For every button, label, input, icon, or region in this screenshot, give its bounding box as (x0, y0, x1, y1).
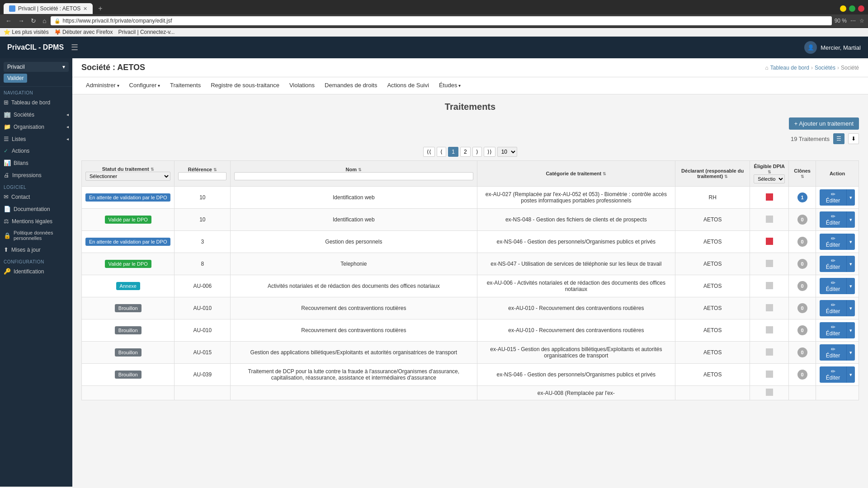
edit-button[interactable]: ✏ Éditer (820, 234, 846, 250)
filter-dpia[interactable]: Sélectionner (754, 174, 785, 183)
edit-dropdown-btn[interactable]: ▾ (846, 189, 855, 206)
edit-button[interactable]: ✏ Éditer (820, 322, 846, 338)
sidebar-mises-label: Mises à jour (11, 247, 41, 253)
edit-button[interactable]: ✏ Éditer (820, 344, 846, 361)
table-row: En attente de validation par le DPO3Gest… (82, 231, 859, 253)
edit-dropdown-btn[interactable]: ▾ (846, 300, 855, 316)
view-export-btn[interactable]: ⬇ (848, 133, 859, 144)
cell-categorie: ex-AU-015 - Gestion des applications bil… (477, 342, 675, 364)
filter-nom[interactable] (234, 172, 473, 180)
lists-icon: ☰ (4, 136, 9, 142)
cell-reference: 8 (175, 253, 231, 275)
sidebar-item-documentation[interactable]: 📄 Documentation (0, 203, 72, 215)
tab-close-btn[interactable]: ✕ (83, 6, 87, 12)
bookmark-firefox[interactable]: 🦊 Débuter avec Firefox (54, 29, 113, 35)
add-traitement-button[interactable]: + Ajouter un traitement (789, 117, 859, 130)
nav-forward[interactable]: → (16, 16, 26, 25)
win-minimize[interactable] (840, 5, 846, 12)
extensions-icon[interactable]: ⋯ (850, 18, 856, 24)
page-prev-btn[interactable]: ⟨ (437, 147, 446, 157)
edit-group: ✏ Éditer▾ (820, 366, 855, 383)
edit-button[interactable]: ✏ Éditer (820, 366, 846, 383)
company-selector[interactable]: Privacil ▾ (4, 62, 69, 72)
active-tab[interactable]: Privacil | Société : AETOS ✕ (4, 3, 93, 14)
app-logo: PrivaCIL - DPMS (7, 43, 64, 52)
edit-dropdown-btn[interactable]: ▾ (846, 256, 855, 272)
sidebar-item-mises[interactable]: ⬆ Mises à jour (0, 244, 72, 256)
bookmark-privacil[interactable]: Privacil | Connectez-v... (118, 29, 175, 35)
cell-nom: Telephonie (231, 253, 477, 275)
breadcrumb-sep2: › (837, 65, 839, 71)
sidebar-dashboard-label: Tableau de bord (11, 99, 50, 106)
edit-dropdown-btn[interactable]: ▾ (846, 278, 855, 294)
per-page-select[interactable]: 10 25 50 (497, 147, 517, 157)
sidebar-item-impressions[interactable]: 🖨 Impressions (0, 169, 72, 181)
edit-button[interactable]: ✏ Éditer (820, 189, 846, 206)
organisation-icon: 📁 (4, 123, 11, 130)
edit-dropdown-btn[interactable]: ▾ (846, 344, 855, 361)
sidebar-item-organisation[interactable]: 📁 Organisation ◂ (0, 121, 72, 133)
edit-dropdown-btn[interactable]: ▾ (846, 211, 855, 228)
edit-dropdown-btn[interactable]: ▾ (846, 366, 855, 383)
page-1-btn[interactable]: 1 (448, 147, 458, 157)
edit-dropdown-btn[interactable]: ▾ (846, 322, 855, 338)
win-close[interactable] (858, 5, 864, 12)
win-maximize[interactable] (849, 5, 855, 12)
url-bar[interactable]: 🔒 https://www.privacil.fr/private/compan… (51, 16, 831, 25)
filter-statut[interactable]: Sélectionner (85, 172, 170, 181)
nav-administrer[interactable]: Administrer (81, 77, 124, 94)
sidebar-documentation-label: Documentation (14, 206, 50, 212)
page-next-btn[interactable]: ⟩ (472, 147, 482, 157)
edit-button[interactable]: ✏ Éditer (820, 211, 846, 228)
sidebar-item-dashboard[interactable]: ⊞ Tableau de bord (0, 96, 72, 108)
breadcrumb-dashboard[interactable]: Tableau de bord (770, 65, 809, 71)
edit-button[interactable]: ✏ Éditer (820, 300, 846, 316)
edit-button[interactable]: ✏ Éditer (820, 278, 846, 294)
sidebar-item-lists[interactable]: ☰ Listes ◂ (0, 133, 72, 145)
cell-nom: Activités notariales et de rédaction des… (231, 275, 477, 297)
dpia-indicator (766, 193, 773, 201)
sidebar-item-actions[interactable]: Actions (0, 145, 72, 157)
cell-reference (175, 386, 231, 400)
filter-reference[interactable] (178, 172, 226, 180)
dpia-indicator (766, 304, 773, 311)
bookmark-visited[interactable]: ⭐ Les plus visités (4, 29, 49, 35)
sidebar-item-contact[interactable]: ✉ Contact (0, 191, 72, 203)
sidebar-item-mentions[interactable]: ⚖ Mentions légales (0, 215, 72, 227)
table-row: En attente de validation par le DPO10Ide… (82, 187, 859, 209)
cell-categorie: ex-AU-008 (Remplacée par l'ex- (477, 386, 675, 400)
edit-group: ✏ Éditer▾ (820, 344, 855, 361)
cell-reference: AU-006 (175, 275, 231, 297)
nav-traitements[interactable]: Traitements (165, 77, 205, 94)
edit-dropdown-btn[interactable]: ▾ (846, 234, 855, 250)
page-2-btn[interactable]: 2 (460, 147, 471, 157)
validate-button[interactable]: Valider (4, 74, 27, 83)
nav-actions-suivi[interactable]: Actions de Suivi (382, 77, 434, 94)
nav-etudes[interactable]: Études (434, 77, 465, 94)
sidebar-item-politique[interactable]: 🔒 Politique données personnelles (0, 227, 72, 244)
hamburger-menu[interactable]: ☰ (71, 42, 78, 52)
page-last-btn[interactable]: ⟩⟩ (484, 147, 495, 157)
sidebar-item-identification[interactable]: 🔑 Identification (0, 265, 72, 277)
edit-group: ✏ Éditer▾ (820, 211, 855, 228)
societies-icon: 🏢 (4, 111, 11, 118)
identification-icon: 🔑 (4, 268, 11, 275)
bookmark-icon[interactable]: ☆ (859, 18, 864, 24)
nav-violations[interactable]: Violations (285, 77, 319, 94)
nav-back[interactable]: ← (4, 16, 14, 25)
new-tab-button[interactable]: + (94, 3, 106, 14)
sidebar-item-societies[interactable]: 🏢 Sociétés ◂ (0, 108, 72, 121)
sidebar-item-bilans[interactable]: 📊 Bilans (0, 157, 72, 169)
view-table-btn[interactable]: ☰ (833, 133, 844, 144)
nav-configurer[interactable]: Configurer (125, 77, 165, 94)
nav-demandes[interactable]: Demandes de droits (320, 77, 382, 94)
breadcrumb-societies[interactable]: Sociétés (815, 65, 835, 71)
section-title: Traitements (81, 102, 859, 112)
nav-registre[interactable]: Registre de sous-traitance (206, 77, 284, 94)
table-row: Validé par le DPO8Telephonieex-NS-047 - … (82, 253, 859, 275)
nav-refresh[interactable]: ↻ (29, 16, 38, 25)
nav-home[interactable]: ⌂ (41, 16, 48, 25)
edit-button[interactable]: ✏ Éditer (820, 256, 846, 272)
page-first-btn[interactable]: ⟨⟨ (423, 147, 435, 157)
cell-categorie: ex-NS-048 - Gestion des fichiers de clie… (477, 209, 675, 231)
